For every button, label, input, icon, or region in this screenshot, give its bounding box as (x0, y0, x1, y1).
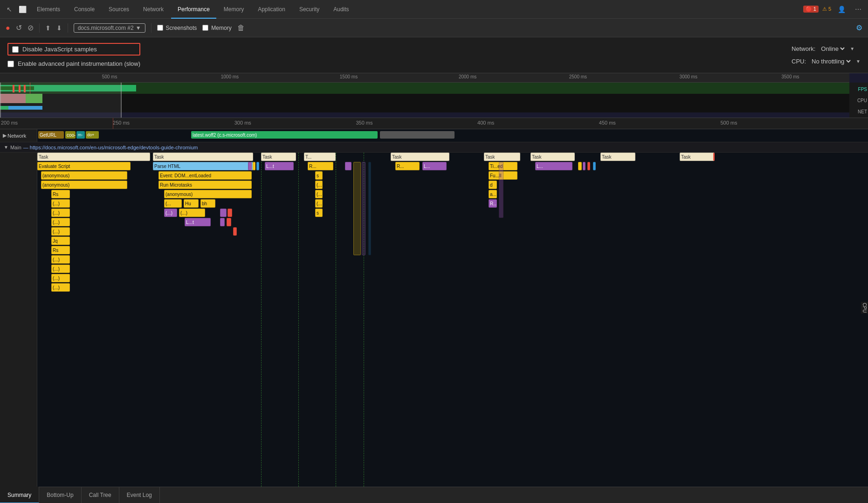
a-block[interactable]: a... (489, 190, 497, 198)
timeline-overview[interactable]: 500 ms 1000 ms 1500 ms 2000 ms 2500 ms 3… (0, 73, 868, 118)
network-select[interactable]: Online (819, 45, 846, 53)
download-button[interactable]: ⬇ (56, 24, 62, 32)
net-entry-geturl[interactable]: GetURL (38, 131, 64, 139)
net-entry-m[interactable]: m- (76, 131, 85, 139)
tab-sources[interactable]: Sources (102, 0, 136, 19)
small-purple-2[interactable] (220, 218, 225, 226)
anon-10[interactable]: (...) (51, 283, 70, 292)
run-microtasks[interactable]: Run Microtasks (158, 181, 252, 189)
cpu-select[interactable]: No throttling (810, 57, 852, 65)
l-block-3[interactable]: L... (535, 162, 572, 170)
small-purple-1[interactable] (220, 209, 227, 217)
task-block-7[interactable]: Task (484, 153, 520, 161)
hu-1[interactable]: Hu (184, 199, 199, 208)
flame-content[interactable]: Task Task Task T... Task Task Task Task … (37, 153, 868, 487)
task-block-6[interactable]: Task (391, 153, 449, 161)
sm-b-1[interactable] (593, 162, 596, 170)
tab-summary[interactable]: Summary (0, 487, 39, 503)
memory-checkbox-group[interactable]: Memory (202, 25, 231, 31)
bh-1[interactable]: bh (200, 199, 215, 208)
net-entry-gray[interactable] (380, 131, 455, 139)
r-purple-block[interactable]: R... (489, 199, 497, 208)
screenshots-checkbox[interactable] (157, 25, 163, 31)
sm-1[interactable] (248, 162, 252, 170)
lt-2[interactable]: L...t (265, 162, 294, 170)
upload-button[interactable]: ⬆ (45, 24, 51, 32)
rs-1[interactable]: Rs (51, 190, 70, 198)
more-icon[interactable]: ⋯ (852, 4, 864, 15)
tab-event-log[interactable]: Event Log (119, 487, 160, 503)
trash-button[interactable]: 🗑 (237, 24, 245, 32)
task-block-parse-outer[interactable]: Task (153, 153, 253, 161)
main-collapse-arrow[interactable]: ▼ (4, 145, 8, 150)
task-block-9[interactable]: Task (600, 153, 635, 161)
task-block-0[interactable]: Task (37, 153, 150, 161)
cursor-icon[interactable]: ↖ (4, 4, 15, 15)
net-entry-coo[interactable]: coo- (65, 131, 76, 139)
record-button[interactable]: ● (6, 24, 10, 32)
anon-dot[interactable]: (... (164, 199, 182, 208)
s-2[interactable]: s (315, 209, 323, 217)
net-entry-woff2[interactable]: latest.woff2 (c.s-microsoft.com) (191, 131, 378, 139)
anon-s-2[interactable]: (...) (315, 190, 323, 198)
screenshots-checkbox-group[interactable]: Screenshots (157, 25, 197, 31)
anon-s-1[interactable]: (...) (315, 181, 323, 189)
flame-chart-area[interactable]: Task Task Task T... Task Task Task Task … (0, 153, 868, 487)
task-block-5[interactable]: T... (304, 153, 336, 161)
anon-4[interactable]: (...) (51, 209, 70, 217)
anon-6[interactable]: (...) (51, 227, 70, 236)
lt-1[interactable]: L...t (185, 218, 211, 226)
source-selector[interactable]: docs.microsoft.com #2 ▼ (74, 23, 145, 33)
tab-audits[interactable]: Audits (327, 0, 355, 19)
memory-checkbox[interactable] (202, 25, 208, 31)
anon-parse-2[interactable]: (...) (179, 209, 205, 217)
small-red-1[interactable] (227, 209, 232, 217)
disable-js-checkbox[interactable] (12, 46, 19, 53)
paint-option[interactable]: Enable advanced paint instrumentation (s… (7, 60, 140, 67)
user-icon[interactable]: 👤 (835, 4, 848, 15)
sm-3[interactable] (256, 162, 259, 170)
small-red-2[interactable] (227, 218, 231, 226)
net-entry-do[interactable]: do+ (86, 131, 99, 139)
evaluate-script[interactable]: Evaluate Script (37, 162, 131, 170)
anon-3[interactable]: (...) (51, 199, 70, 208)
sm-r-1[interactable] (587, 162, 590, 170)
anon-5[interactable]: (...) (51, 218, 70, 226)
s-1[interactable]: s (315, 171, 323, 180)
l-block-2[interactable]: L... (422, 162, 447, 170)
dom-loaded[interactable]: Event: DOM...entLoaded (158, 171, 252, 180)
jq-1[interactable]: Jq (51, 237, 70, 245)
tab-elements[interactable]: Elements (30, 0, 67, 19)
sm-y-1[interactable] (578, 162, 582, 170)
anon-2[interactable]: (anonymous) (41, 181, 127, 189)
sm-p-1[interactable] (583, 162, 586, 170)
sm-2[interactable] (253, 162, 255, 170)
r-block-2[interactable]: R... (395, 162, 420, 170)
small-red-3[interactable] (233, 227, 237, 236)
tab-call-tree[interactable]: Call Tree (82, 487, 119, 503)
task-block-10[interactable]: Task (680, 153, 715, 161)
tab-bottom-up[interactable]: Bottom-Up (39, 487, 81, 503)
anon-9[interactable]: (...) (51, 274, 70, 282)
rs-2[interactable]: Rs (51, 246, 70, 254)
task-block-8[interactable]: Task (530, 153, 575, 161)
anon-dom-1[interactable]: (anonymous) (164, 190, 252, 198)
tab-application[interactable]: Application (251, 0, 292, 19)
tab-console[interactable]: Console (68, 0, 101, 19)
anon-8[interactable]: (...) (51, 265, 70, 273)
settings-icon[interactable]: ⚙ (856, 23, 862, 32)
r-block-1[interactable]: R... (308, 162, 333, 170)
tab-memory[interactable]: Memory (217, 0, 250, 19)
refresh-button[interactable]: ↺ (16, 23, 22, 32)
tab-security[interactable]: Security (293, 0, 326, 19)
parse-html[interactable]: Parse HTML (153, 162, 253, 170)
paint-checkbox[interactable] (7, 61, 14, 67)
selection-region[interactable] (0, 83, 122, 118)
mobile-icon[interactable]: ⬜ (16, 4, 29, 15)
network-expand-arrow[interactable]: ▶ (3, 133, 7, 139)
purple-1[interactable]: (...) (164, 209, 177, 217)
tab-network[interactable]: Network (137, 0, 170, 19)
task-block-4[interactable]: Task (261, 153, 296, 161)
sm-purple-t[interactable] (345, 162, 351, 170)
disable-js-option[interactable]: Disable JavaScript samples (7, 43, 140, 56)
